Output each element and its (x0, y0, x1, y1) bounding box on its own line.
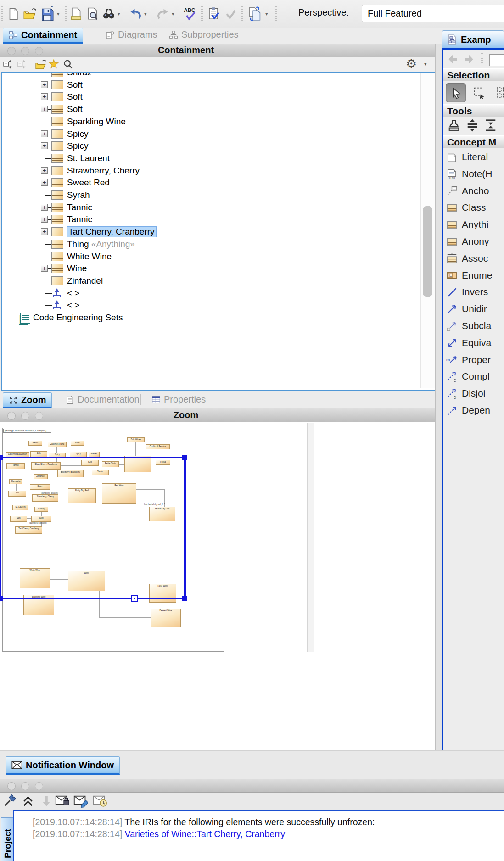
print-icon[interactable] (68, 6, 84, 22)
expand-tree-icon[interactable] (3, 59, 14, 70)
tree-item-sparkling-wine[interactable]: Sparkling Wine (2, 116, 415, 128)
tree-expander[interactable]: + (41, 93, 48, 100)
palette-item-equiva[interactable]: Equiva (446, 336, 491, 350)
palette-item-class[interactable]: Class (446, 201, 486, 214)
tree-expander[interactable]: + (41, 81, 48, 88)
print-preview-icon[interactable] (84, 6, 100, 22)
tab-containment[interactable]: Containment (3, 28, 83, 44)
transform-dropdown-caret[interactable]: ▾ (265, 11, 268, 17)
undo-dropdown-caret[interactable]: ▾ (144, 11, 147, 17)
viewport-handle-br[interactable] (182, 596, 187, 601)
palette-item-compl[interactable]: CCompl (446, 369, 490, 383)
diagram-class-box[interactable]: Dessert Wine (151, 609, 181, 627)
save-dropdown-caret[interactable]: ▾ (57, 11, 60, 17)
tree-item-tart-cherry-cranberry[interactable]: +Tart Cherry, Cranberry (2, 226, 415, 238)
project-side-tab[interactable]: Project (1, 817, 13, 861)
viewport-handle-bl[interactable] (0, 596, 3, 601)
transform-icon[interactable] (247, 6, 263, 22)
tab-example-diagram[interactable]: Examp (442, 30, 504, 48)
tab-notification-window[interactable]: Notification Window (6, 756, 120, 775)
palette-item-invers[interactable]: Invers (446, 285, 488, 299)
diagram-class-box[interactable]: Occhio di Pernice (146, 444, 170, 449)
palette-item-anythi[interactable]: Anythi (446, 218, 488, 231)
panel-dot[interactable] (21, 782, 29, 790)
tab-documentation[interactable]: Documentation (60, 392, 145, 407)
redo-dropdown-caret[interactable]: ▾ (172, 11, 174, 17)
tools-section-header[interactable]: Tools (443, 104, 504, 117)
diagram-class-box[interactable]: Merlot (28, 441, 42, 446)
notification-log[interactable]: [2019.10.07::14:28:14] The IRIs for the … (13, 810, 504, 861)
perspective-select[interactable]: Full Featured (362, 5, 504, 22)
tree-item-sweet-red[interactable]: +Sweet Red (2, 177, 415, 189)
marquee-select-button[interactable] (469, 83, 489, 102)
tree-expander[interactable]: + (41, 228, 48, 235)
panel-dot[interactable] (35, 782, 43, 790)
diagram-class-box[interactable]: Shiraz (71, 441, 84, 446)
spell-check-icon[interactable]: ABC (183, 6, 198, 22)
save-project-icon[interactable]: * (39, 6, 55, 22)
tree-item-zinfandel[interactable]: Zinfandel (2, 275, 415, 287)
select-tool-button[interactable] (446, 83, 466, 102)
diagram-class-box[interactable]: Bulk Wines (127, 437, 145, 442)
tree-expander[interactable]: + (41, 142, 48, 149)
gear-dropdown-caret[interactable]: ▾ (424, 61, 427, 67)
tree-expander[interactable]: + (41, 106, 48, 112)
find-icon[interactable] (101, 6, 117, 22)
tree-item-soft[interactable]: +Soft (2, 79, 415, 91)
search-icon[interactable] (62, 59, 73, 70)
tree-item-spicy[interactable]: +Spicy (2, 128, 415, 140)
message-history-icon[interactable] (93, 794, 107, 809)
tree-item-tannic[interactable]: +Tannic (2, 201, 415, 214)
tab-subproperties[interactable]: Subproperties (163, 28, 244, 42)
palette-item-assoc[interactable]: Assoc (446, 252, 488, 265)
tree-item-thing[interactable]: Thing «Anything» (2, 238, 415, 251)
multi-select-button[interactable] (492, 83, 504, 102)
tree-item-code-engineering-sets[interactable]: Code Engineering Sets (2, 312, 415, 324)
tree-expander[interactable]: + (41, 216, 48, 223)
tree-item-shiraz[interactable]: Shiraz (2, 72, 415, 79)
tree-item-strawberry-cherry[interactable]: +Strawberry, Cherry (2, 165, 415, 177)
palette-section-header[interactable]: Concept M (443, 135, 504, 148)
compress-vertical-icon[interactable] (484, 118, 498, 132)
palette-item-anony[interactable]: Anony (446, 235, 489, 248)
tree-item--[interactable]: < > (2, 287, 415, 300)
palette-item-proper[interactable]: ∞Proper (446, 353, 491, 367)
diagram-class-box[interactable]: Cabernet Franc (48, 442, 67, 447)
tree-expander[interactable]: + (41, 167, 48, 174)
viewport-handle-bottom-center[interactable] (131, 595, 138, 602)
palette-item-depen[interactable]: Depen (446, 403, 490, 417)
zoom-viewport-rect[interactable] (0, 457, 186, 599)
expand-messages-icon[interactable] (21, 794, 36, 809)
log-element-link[interactable]: Varieties of Wine::Tart Cherry, Cranberr… (125, 829, 285, 839)
tab-zoom[interactable]: Zoom (3, 392, 52, 408)
tree-expander[interactable]: + (41, 204, 48, 211)
find-dropdown-caret[interactable]: ▾ (118, 11, 120, 17)
write-message-icon[interactable] (73, 794, 88, 809)
zoom-scrollbar-track[interactable] (307, 423, 314, 652)
tab-properties[interactable]: Properties (146, 392, 211, 407)
palette-item-ancho[interactable]: Ancho (446, 184, 489, 198)
tab-diagrams[interactable]: Diagrams (100, 28, 163, 42)
tree-item-st-laurent[interactable]: St. Laurent (2, 152, 415, 165)
palette-item-unidir[interactable]: Unidir (446, 302, 487, 316)
lock-message-icon[interactable] (55, 794, 70, 809)
panel-dot[interactable] (7, 782, 16, 790)
tree-item--[interactable]: < > (2, 299, 415, 312)
viewport-handle-tl[interactable] (0, 455, 3, 460)
palette-item-disjoi[interactable]: DDisjoi (446, 386, 485, 400)
tree-item-syrah[interactable]: Syrah (2, 189, 415, 201)
cut-off-toolbar-icon[interactable] (489, 54, 504, 66)
viewport-handle-tr[interactable] (182, 455, 187, 460)
zoom-panel-titlebar[interactable]: Zoom (0, 408, 435, 422)
tree-item-spicy[interactable]: +Spicy (2, 140, 415, 152)
tree-item-wine[interactable]: +Wine (2, 263, 415, 275)
tree-expander[interactable]: + (41, 265, 48, 272)
validate-icon[interactable] (206, 6, 221, 22)
tree-expander[interactable]: + (41, 130, 48, 137)
gear-icon[interactable]: ⚙ (406, 56, 417, 71)
tree-item-tannic[interactable]: +Tannic (2, 213, 415, 226)
selection-section-header[interactable]: Selection (443, 68, 504, 81)
open-project-icon[interactable] (22, 6, 38, 22)
panel-splitter[interactable] (435, 44, 442, 750)
redo-icon[interactable] (155, 6, 171, 22)
